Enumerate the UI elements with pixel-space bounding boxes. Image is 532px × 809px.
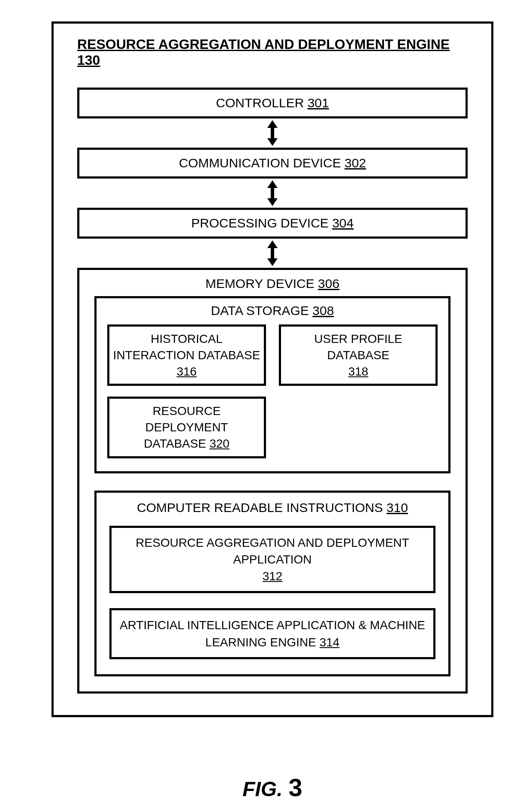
processing-device-box: PROCESSING DEVICE 304 — [77, 208, 468, 239]
processing-device-ref: 304 — [332, 216, 354, 230]
svg-marker-0 — [267, 120, 278, 146]
memory-device-label: MEMORY DEVICE — [206, 276, 314, 291]
engine-title: RESOURCE AGGREGATION AND DEPLOYMENT ENGI… — [77, 36, 468, 68]
controller-ref: 301 — [308, 96, 329, 110]
resource-aggregation-app-label: RESOURCE AGGREGATION AND DEPLOYMENT APPL… — [136, 536, 409, 566]
arrow-proc-memory — [264, 240, 281, 266]
arrow-controller-comm — [264, 120, 281, 146]
resource-aggregation-app-box: RESOURCE AGGREGATION AND DEPLOYMENT APPL… — [109, 526, 435, 594]
data-storage-ref: 308 — [312, 303, 334, 318]
figure-label: FIG. 3 — [242, 773, 302, 802]
arrow-comm-proc — [264, 180, 281, 206]
figure-prefix: FIG. — [242, 777, 282, 801]
historical-interaction-db-box: HISTORICAL INTERACTION DATABASE 316 — [107, 324, 266, 386]
historical-interaction-db-ref: 316 — [177, 365, 197, 378]
controller-label: CONTROLLER — [216, 96, 304, 110]
resource-deployment-db-box: RESOURCE DEPLOYMENT DATABASE 320 — [107, 397, 266, 458]
engine-title-text: RESOURCE AGGREGATION AND DEPLOYMENT ENGI… — [77, 36, 450, 52]
cri-title: COMPUTER READABLE INSTRUCTIONS 310 — [109, 500, 435, 515]
computer-readable-instructions-box: COMPUTER READABLE INSTRUCTIONS 310 RESOU… — [94, 491, 450, 676]
communication-device-label: COMMUNICATION DEVICE — [179, 156, 341, 170]
historical-interaction-db-label: HISTORICAL INTERACTION DATABASE — [113, 332, 260, 362]
communication-device-ref: 302 — [345, 156, 366, 170]
cri-label: COMPUTER READABLE INSTRUCTIONS — [137, 500, 383, 515]
ai-ml-engine-ref: 314 — [320, 636, 340, 649]
controller-box: CONTROLLER 301 — [77, 88, 468, 118]
figure-number: 3 — [289, 773, 302, 802]
data-storage-label: DATA STORAGE — [211, 303, 309, 318]
ai-ml-engine-box: ARTIFICIAL INTELLIGENCE APPLICATION & MA… — [109, 608, 435, 659]
svg-marker-1 — [267, 180, 278, 206]
cri-ref: 310 — [387, 500, 408, 515]
resource-aggregation-app-ref: 312 — [263, 570, 283, 583]
svg-marker-2 — [267, 240, 278, 266]
memory-device-ref: 306 — [318, 276, 339, 291]
engine-container: RESOURCE AGGREGATION AND DEPLOYMENT ENGI… — [51, 21, 493, 717]
communication-device-box: COMMUNICATION DEVICE 302 — [77, 148, 468, 179]
data-storage-title: DATA STORAGE 308 — [107, 303, 438, 318]
memory-device-title: MEMORY DEVICE 306 — [206, 276, 339, 291]
user-profile-db-ref: 318 — [348, 365, 369, 378]
memory-device-box: MEMORY DEVICE 306 DATA STORAGE 308 HISTO… — [77, 268, 468, 694]
engine-title-ref: 130 — [77, 52, 100, 68]
resource-deployment-db-ref: 320 — [209, 437, 230, 450]
data-storage-box: DATA STORAGE 308 HISTORICAL INTERACTION … — [94, 296, 450, 473]
user-profile-db-box: USER PROFILE DATABASE318 — [279, 324, 438, 386]
ai-ml-engine-label: ARTIFICIAL INTELLIGENCE APPLICATION & MA… — [120, 618, 425, 648]
processing-device-label: PROCESSING DEVICE — [191, 216, 329, 230]
user-profile-db-label: USER PROFILE DATABASE — [314, 332, 402, 362]
